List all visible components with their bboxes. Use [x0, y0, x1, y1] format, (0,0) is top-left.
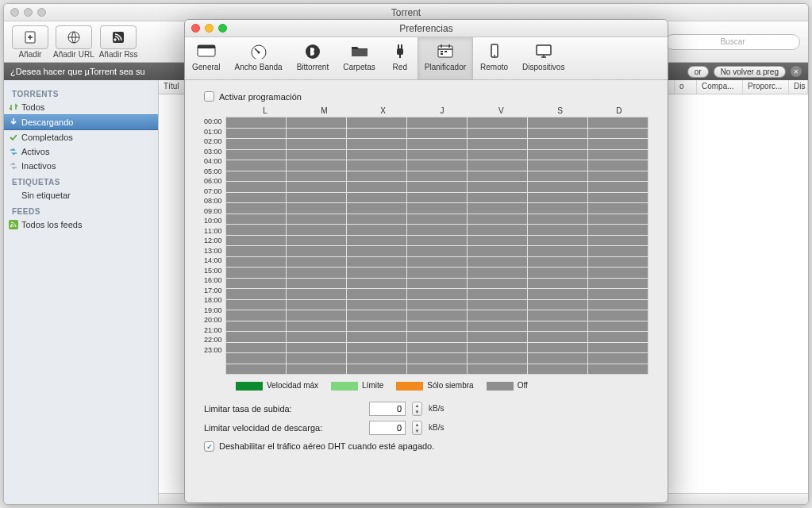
notice-btn-2[interactable]: No volver a preg	[714, 66, 786, 78]
sidebar-item-completed[interactable]: Completados	[4, 130, 158, 144]
schedule-cell[interactable]	[528, 364, 587, 375]
schedule-cell[interactable]	[287, 289, 346, 299]
schedule-cell[interactable]	[407, 182, 467, 192]
add-button[interactable]	[12, 25, 48, 49]
schedule-cell[interactable]	[407, 300, 467, 310]
schedule-cell[interactable]	[347, 117, 406, 128]
schedule-cell[interactable]	[588, 203, 648, 214]
add-url-button[interactable]	[56, 25, 92, 49]
schedule-cell[interactable]	[468, 364, 527, 375]
tab-devices[interactable]: Dispositivos	[515, 37, 571, 79]
schedule-cell[interactable]	[226, 353, 286, 364]
schedule-cell[interactable]	[468, 279, 527, 289]
schedule-cell[interactable]	[407, 343, 467, 353]
tab-bandwidth[interactable]: Ancho Banda	[228, 37, 290, 79]
schedule-cell[interactable]	[588, 289, 648, 299]
schedule-cell[interactable]	[528, 214, 587, 225]
schedule-cell[interactable]	[226, 160, 286, 171]
schedule-cell[interactable]	[588, 182, 648, 192]
schedule-cell[interactable]	[588, 257, 648, 267]
schedule-cell[interactable]	[588, 129, 648, 139]
schedule-cell[interactable]	[468, 214, 527, 225]
sidebar-item-downloading[interactable]: Descargando	[4, 114, 158, 130]
schedule-cell[interactable]	[588, 321, 648, 332]
schedule-cell[interactable]	[468, 182, 527, 192]
schedule-cell[interactable]	[347, 257, 406, 267]
schedule-cell[interactable]	[347, 225, 406, 235]
schedule-cell[interactable]	[468, 332, 527, 342]
schedule-cell[interactable]	[468, 150, 527, 160]
schedule-cell[interactable]	[588, 160, 648, 171]
schedule-cell[interactable]	[468, 139, 527, 149]
main-min-icon[interactable]	[24, 8, 33, 17]
schedule-cell[interactable]	[287, 332, 346, 342]
schedule-cell[interactable]	[287, 117, 346, 128]
schedule-cell[interactable]	[287, 267, 346, 278]
schedule-cell[interactable]	[588, 150, 648, 160]
schedule-cell[interactable]	[468, 193, 527, 203]
schedule-cell[interactable]	[468, 203, 527, 214]
schedule-cell[interactable]	[287, 279, 346, 289]
schedule-cell[interactable]	[407, 279, 467, 289]
sidebar-item-active[interactable]: Activos	[4, 144, 158, 159]
schedule-cell[interactable]	[347, 364, 406, 375]
schedule-cell[interactable]	[226, 117, 286, 128]
schedule-cell[interactable]	[528, 129, 587, 139]
schedule-cell[interactable]	[287, 225, 346, 235]
schedule-cell[interactable]	[588, 353, 648, 364]
schedule-cell[interactable]	[588, 310, 648, 321]
schedule-cell[interactable]	[468, 300, 527, 310]
schedule-cell[interactable]	[528, 246, 587, 256]
schedule-cell[interactable]	[226, 225, 286, 235]
schedule-cell[interactable]	[226, 279, 286, 289]
schedule-cell[interactable]	[407, 321, 467, 332]
schedule-cell[interactable]	[468, 236, 527, 246]
schedule-cell[interactable]	[588, 236, 648, 246]
schedule-cell[interactable]	[407, 129, 467, 139]
schedule-cell[interactable]	[347, 129, 406, 139]
schedule-cell[interactable]	[588, 171, 648, 182]
schedule-cell[interactable]	[588, 300, 648, 310]
schedule-cell[interactable]	[347, 300, 406, 310]
schedule-cell[interactable]	[287, 236, 346, 246]
add-rss-button[interactable]	[100, 25, 137, 49]
schedule-cell[interactable]	[287, 129, 346, 139]
schedule-cell[interactable]	[287, 171, 346, 182]
notice-btn-1[interactable]: or	[687, 66, 709, 78]
schedule-cell[interactable]	[588, 117, 648, 128]
schedule-cell[interactable]	[287, 343, 346, 353]
sidebar-item-nolabel[interactable]: Sin etiquetar	[4, 188, 158, 202]
schedule-cell[interactable]	[528, 257, 587, 267]
schedule-cell[interactable]	[588, 267, 648, 278]
schedule-cell[interactable]	[287, 300, 346, 310]
schedule-cell[interactable]	[226, 310, 286, 321]
schedule-cell[interactable]	[588, 246, 648, 256]
tab-network[interactable]: Red	[383, 37, 418, 79]
schedule-cell[interactable]	[287, 364, 346, 375]
schedule-cell[interactable]	[528, 289, 587, 299]
activate-schedule-checkbox[interactable]	[204, 91, 214, 102]
schedule-cell[interactable]	[468, 257, 527, 267]
schedule-cell[interactable]	[528, 300, 587, 310]
schedule-cell[interactable]	[528, 193, 587, 203]
schedule-cell[interactable]	[287, 150, 346, 160]
notice-close-icon[interactable]: ×	[791, 66, 802, 77]
schedule-cell[interactable]	[347, 139, 406, 149]
schedule-cell[interactable]	[468, 117, 527, 128]
sidebar-item-all[interactable]: Todos	[4, 100, 158, 114]
schedule-cell[interactable]	[528, 310, 587, 321]
upload-limit-field[interactable]	[369, 402, 406, 416]
schedule-cell[interactable]	[588, 332, 648, 342]
schedule-cell[interactable]	[287, 321, 346, 332]
schedule-cell[interactable]	[468, 171, 527, 182]
schedule-cell[interactable]	[347, 353, 406, 364]
schedule-cell[interactable]	[528, 139, 587, 149]
schedule-cell[interactable]	[347, 214, 406, 225]
schedule-cell[interactable]	[347, 182, 406, 192]
schedule-cell[interactable]	[468, 129, 527, 139]
schedule-cell[interactable]	[528, 150, 587, 160]
schedule-cell[interactable]	[287, 182, 346, 192]
schedule-cell[interactable]	[226, 171, 286, 182]
schedule-cell[interactable]	[226, 289, 286, 299]
tab-remote[interactable]: Remoto	[473, 37, 515, 79]
